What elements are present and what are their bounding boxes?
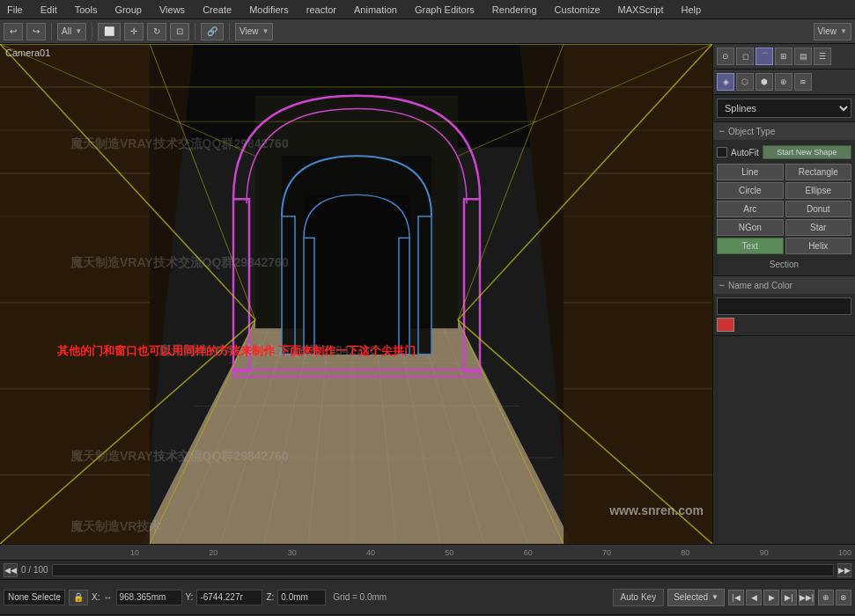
undo-button[interactable]: ↩ xyxy=(4,23,23,40)
z-input[interactable] xyxy=(277,590,326,605)
ruler-6: 70 xyxy=(602,548,611,557)
color-row xyxy=(717,318,851,332)
name-input[interactable] xyxy=(717,297,851,315)
select-mode-dropdown[interactable]: All ▼ xyxy=(57,23,86,40)
toolbar: ↩ ↪ All ▼ ⬜ ✛ ↻ ⊡ 🔗 View ▼ View ▼ xyxy=(0,19,855,44)
panel-icon-row-1: ⊙ ◻ ⌒ ⊞ ▤ ☰ xyxy=(713,44,855,70)
y-input[interactable] xyxy=(196,590,262,605)
scale-button[interactable]: ⊡ xyxy=(170,23,189,40)
panel-icon-7[interactable]: ◈ xyxy=(717,73,734,91)
menu-graph-editors[interactable]: Graph Editors xyxy=(411,3,478,17)
prev-frame-button[interactable]: |◀ xyxy=(728,590,744,605)
none-selected-label: None Selecte xyxy=(8,592,61,602)
extra-btn-1[interactable]: ⊕ xyxy=(818,590,834,605)
panel-icon-4[interactable]: ⊞ xyxy=(775,48,792,65)
select-button[interactable]: ⬜ xyxy=(98,23,121,40)
go-end-button[interactable]: ▶▶ xyxy=(837,563,851,577)
autofit-checkbox-label[interactable]: AutoFit xyxy=(717,147,759,158)
text-button[interactable]: Text xyxy=(717,238,784,254)
selected-label: Selected xyxy=(674,592,708,602)
viewport[interactable]: Camera01 xyxy=(0,44,712,544)
menu-rendering[interactable]: Rendering xyxy=(489,3,541,17)
menu-tools[interactable]: Tools xyxy=(71,3,101,17)
panel-category-row: Splines xyxy=(713,95,855,122)
view-right-dropdown[interactable]: View ▼ xyxy=(814,23,851,40)
separator-2 xyxy=(92,23,92,40)
object-type-header[interactable]: − Object Type xyxy=(713,122,855,140)
next-frame-button[interactable]: ▶| xyxy=(781,590,797,605)
view-right-label: View xyxy=(818,26,837,36)
svg-rect-18 xyxy=(0,44,150,544)
play-back-button[interactable]: ◀ xyxy=(746,590,762,605)
move-button[interactable]: ✛ xyxy=(124,23,144,40)
extra-btn-2[interactable]: ⊗ xyxy=(836,590,851,605)
select-mode-arrow: ▼ xyxy=(75,27,82,35)
go-start-button[interactable]: ◀◀ xyxy=(4,563,18,577)
selected-dropdown[interactable]: Selected ▼ xyxy=(667,589,725,606)
panel-icon-3[interactable]: ⌒ xyxy=(755,48,773,65)
panel-icon-10[interactable]: ⊕ xyxy=(775,73,792,91)
ruler-3: 40 xyxy=(366,548,375,557)
scene-svg xyxy=(0,44,712,544)
panel-icon-1[interactable]: ⊙ xyxy=(717,48,734,65)
menu-group[interactable]: Group xyxy=(111,3,145,17)
ruler-7: 80 xyxy=(681,548,689,557)
collapse-icon: − xyxy=(719,125,725,137)
z-label: Z: xyxy=(266,592,274,602)
rotate-button[interactable]: ↻ xyxy=(147,23,166,40)
name-color-header[interactable]: − Name and Color xyxy=(713,276,855,294)
donut-button[interactable]: Donut xyxy=(785,201,852,217)
color-swatch[interactable] xyxy=(717,318,734,332)
panel-icon-9[interactable]: ⬢ xyxy=(755,73,773,91)
panel-icon-6[interactable]: ☰ xyxy=(814,48,831,65)
menu-file[interactable]: File xyxy=(4,3,26,17)
menu-views[interactable]: Views xyxy=(156,3,188,17)
shape-buttons-grid: Line Rectangle Circle Ellipse Arc Donut … xyxy=(717,164,851,254)
menubar: File Edit Tools Group Views Create Modif… xyxy=(0,0,855,19)
menu-reactor[interactable]: reactor xyxy=(303,3,340,17)
menu-help[interactable]: Help xyxy=(678,3,705,17)
separator-3 xyxy=(195,23,195,40)
x-input[interactable] xyxy=(116,590,182,605)
menu-animation[interactable]: Animation xyxy=(350,3,401,17)
helix-button[interactable]: Helix xyxy=(785,238,852,254)
object-type-content: AutoFit Start New Shape Line Rectangle C… xyxy=(713,140,855,275)
rectangle-button[interactable]: Rectangle xyxy=(785,164,852,180)
panel-icon-5[interactable]: ▤ xyxy=(794,48,812,65)
main-area: Camera01 xyxy=(0,44,855,544)
view-arrow: ▼ xyxy=(262,27,269,35)
ngon-button[interactable]: NGon xyxy=(717,219,784,236)
autofit-checkbox[interactable] xyxy=(717,147,727,158)
arc-button[interactable]: Arc xyxy=(717,201,784,217)
viewport-label: Camera01 xyxy=(5,48,50,58)
auto-key-button[interactable]: Auto Key xyxy=(613,589,665,606)
link-button[interactable]: 🔗 xyxy=(201,23,224,40)
lock-button[interactable]: 🔒 xyxy=(69,590,88,605)
timeline-track[interactable] xyxy=(52,564,834,576)
menu-create[interactable]: Create xyxy=(199,3,235,17)
ruler-8: 90 xyxy=(760,548,769,557)
flip-icon: ↔ xyxy=(104,592,113,602)
menu-maxscript[interactable]: MAXScript xyxy=(615,3,667,17)
menu-customize[interactable]: Customize xyxy=(551,3,604,17)
ruler-2: 30 xyxy=(288,548,297,557)
menu-modifiers[interactable]: Modifiers xyxy=(246,3,292,17)
panel-icon-8[interactable]: ⬡ xyxy=(736,73,754,91)
start-new-shape-button[interactable]: Start New Shape xyxy=(763,145,851,159)
circle-button[interactable]: Circle xyxy=(717,182,784,199)
play-forward-button[interactable]: ▶ xyxy=(763,590,779,605)
category-dropdown[interactable]: Splines xyxy=(717,99,851,118)
name-color-content xyxy=(713,294,855,335)
timeline-area: ◀◀ 0 / 100 ▶▶ xyxy=(0,560,855,579)
svg-rect-26 xyxy=(564,44,712,544)
panel-icon-11[interactable]: ≋ xyxy=(794,73,812,91)
end-frame-button[interactable]: ▶▶| xyxy=(799,590,814,605)
line-button[interactable]: Line xyxy=(717,164,784,180)
ellipse-button[interactable]: Ellipse xyxy=(785,182,852,199)
view-dropdown[interactable]: View ▼ xyxy=(235,23,273,40)
star-button[interactable]: Star xyxy=(785,219,852,236)
panel-icon-2[interactable]: ◻ xyxy=(736,48,754,65)
redo-button[interactable]: ↪ xyxy=(26,23,46,40)
timeline-range-label: 0 / 100 xyxy=(21,565,48,575)
menu-edit[interactable]: Edit xyxy=(37,3,61,17)
